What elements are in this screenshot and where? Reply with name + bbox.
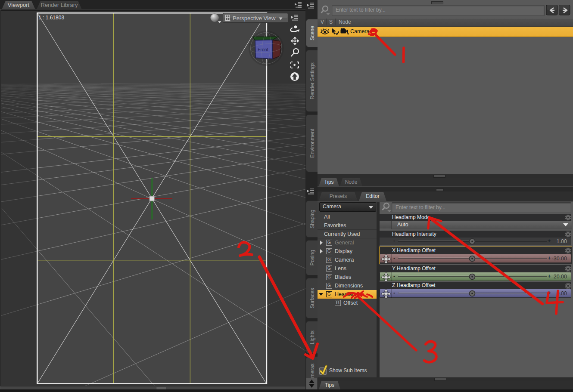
svg-text:Front: Front	[258, 47, 268, 52]
svg-text:1 : 1.61803: 1 : 1.61803	[38, 15, 64, 21]
svg-text:Perspective View: Perspective View	[233, 15, 276, 22]
